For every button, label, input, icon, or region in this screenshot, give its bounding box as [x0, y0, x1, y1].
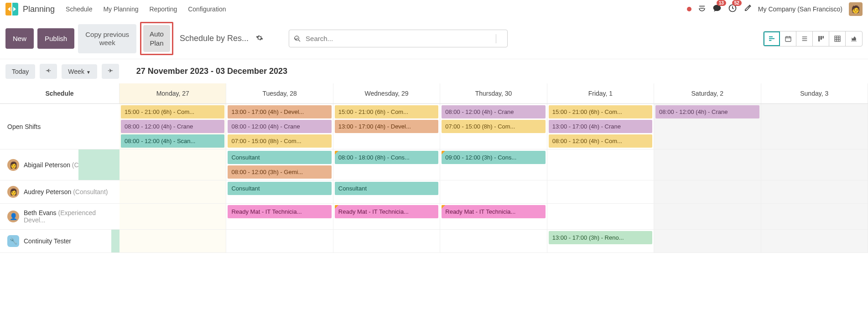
auto-plan-button[interactable]: Auto Plan: [143, 25, 170, 52]
next-button[interactable]: [102, 64, 119, 79]
gantt-cell[interactable]: [120, 204, 226, 229]
gantt-cell[interactable]: [547, 180, 654, 203]
shift-block[interactable]: 07:00 - 15:00 (8h) - Com...: [442, 120, 545, 133]
gantt-cell[interactable]: [120, 180, 226, 203]
shift-block[interactable]: 15:00 - 21:00 (6h) - Com...: [549, 105, 652, 118]
span-button[interactable]: Week▼: [62, 64, 97, 79]
gantt-cell[interactable]: 08:00 - 12:00 (4h) - Crane07:00 - 15:00 …: [440, 104, 547, 149]
gantt-cell[interactable]: Ready Mat - IT Technicia...: [226, 204, 333, 229]
tools-icon[interactable]: [743, 4, 752, 15]
view-pivot-button[interactable]: [829, 31, 846, 46]
gantt-cell[interactable]: 13:00 - 17:00 (3h) - Reno...: [547, 230, 654, 252]
shift-block[interactable]: Consultant: [228, 151, 331, 164]
shift-block[interactable]: 08:00 - 12:00 (4h) - Scan...: [121, 134, 224, 148]
shift-block[interactable]: 09:00 - 12:00 (3h) - Cons...: [442, 151, 545, 164]
copy-previous-week-button[interactable]: Copy previous week: [78, 24, 136, 53]
gantt-cell[interactable]: [226, 230, 333, 252]
gantt-cell[interactable]: [654, 149, 761, 180]
gantt-cell[interactable]: [547, 204, 654, 229]
view-kanban-button[interactable]: [813, 31, 829, 46]
search-input[interactable]: [289, 30, 496, 47]
publish-button[interactable]: Publish: [37, 28, 74, 49]
gantt-cell[interactable]: Consultant08:00 - 12:00 (3h) - Gemi...: [226, 149, 333, 180]
shift-block[interactable]: Ready Mat - IT Technicia...: [442, 205, 545, 218]
svg-rect-6: [818, 36, 820, 41]
shift-block[interactable]: 15:00 - 21:00 (6h) - Com...: [335, 105, 438, 118]
shift-block[interactable]: 08:00 - 12:00 (4h) - Crane: [228, 120, 331, 133]
shift-block[interactable]: 13:00 - 17:00 (4h) - Devel...: [335, 120, 438, 133]
shift-block[interactable]: 08:00 - 12:00 (4h) - Crane: [655, 105, 759, 118]
gantt-cell[interactable]: 13:00 - 17:00 (4h) - Devel...08:00 - 12:…: [226, 104, 333, 149]
gantt-cell[interactable]: 15:00 - 21:00 (6h) - Com...08:00 - 12:00…: [120, 104, 226, 149]
gantt-cell[interactable]: Consultant: [333, 180, 440, 203]
gantt-cell[interactable]: [120, 230, 226, 252]
status-dot-icon[interactable]: [687, 7, 691, 11]
shift-block[interactable]: Ready Mat - IT Technicia...: [335, 205, 438, 218]
gantt-cell[interactable]: 08:00 - 18:00 (8h) - Cons...: [333, 149, 440, 180]
view-list-button[interactable]: [796, 31, 813, 46]
gear-icon[interactable]: [256, 34, 263, 43]
row-name: Audrey Peterson: [24, 188, 71, 195]
gantt-cell[interactable]: [761, 204, 868, 229]
nav-configuration[interactable]: Configuration: [188, 5, 226, 13]
gantt-cell[interactable]: [547, 149, 654, 180]
row-label: 👤Beth Evans (Experienced Devel...: [0, 204, 120, 229]
shift-block[interactable]: Ready Mat - IT Technicia...: [228, 205, 331, 218]
caret-down-icon: [294, 36, 298, 41]
user-avatar[interactable]: 🧑: [849, 2, 863, 16]
shift-block[interactable]: 15:00 - 21:00 (6h) - Com...: [121, 105, 224, 118]
gantt-cell[interactable]: [761, 180, 868, 203]
search-dropdown[interactable]: [496, 34, 507, 43]
row-label: 🔧Continuity Tester: [0, 230, 120, 252]
row-avatar: 👤: [7, 211, 19, 222]
gantt-cell[interactable]: [440, 180, 547, 203]
svg-rect-9: [835, 36, 840, 41]
row-label: 👩Abigail Peterson (Consultant): [0, 149, 120, 180]
svg-rect-8: [822, 36, 824, 38]
gantt-cell[interactable]: [654, 204, 761, 229]
gantt-cell[interactable]: [333, 230, 440, 252]
gantt-cell[interactable]: 15:00 - 21:00 (6h) - Com...13:00 - 17:00…: [547, 104, 654, 149]
gantt-cell[interactable]: 15:00 - 21:00 (6h) - Com...13:00 - 17:00…: [333, 104, 440, 149]
gantt-cell[interactable]: Consultant: [226, 180, 333, 203]
shift-block[interactable]: 08:00 - 12:00 (3h) - Gemi...: [228, 165, 331, 179]
gantt-header: Schedule Monday, 27Tuesday, 28Wednesday,…: [0, 83, 868, 104]
activities-icon[interactable]: 52: [728, 4, 737, 15]
nav-my-planning[interactable]: My Planning: [103, 5, 138, 13]
gantt-cell[interactable]: [654, 230, 761, 252]
gantt-cell[interactable]: [120, 149, 226, 180]
shift-block[interactable]: 13:00 - 17:00 (4h) - Devel...: [228, 105, 331, 118]
nav-schedule[interactable]: Schedule: [66, 5, 92, 13]
gantt-cell[interactable]: [761, 230, 868, 252]
nav-reporting[interactable]: Reporting: [150, 5, 177, 13]
gantt-cell[interactable]: 09:00 - 12:00 (3h) - Cons...: [440, 149, 547, 180]
shift-block[interactable]: 13:00 - 17:00 (3h) - Reno...: [549, 231, 652, 244]
view-switcher: [763, 31, 863, 46]
prev-button[interactable]: [40, 64, 57, 79]
shift-block[interactable]: 08:00 - 18:00 (8h) - Cons...: [335, 151, 438, 164]
today-button[interactable]: Today: [5, 64, 35, 79]
shift-block[interactable]: 08:00 - 12:00 (4h) - Crane: [442, 105, 545, 118]
new-button[interactable]: New: [5, 28, 34, 49]
view-gantt-button[interactable]: [764, 31, 780, 46]
gantt-cell[interactable]: [761, 149, 868, 180]
gantt-cell[interactable]: Ready Mat - IT Technicia...: [333, 204, 440, 229]
tray-icon[interactable]: [698, 4, 706, 15]
view-graph-button[interactable]: [846, 31, 862, 46]
gantt-cell[interactable]: Ready Mat - IT Technicia...: [440, 204, 547, 229]
shift-block[interactable]: Consultant: [228, 182, 331, 195]
company-name[interactable]: My Company (San Francisco): [758, 5, 842, 13]
svg-rect-3: [769, 38, 774, 39]
gantt-cell[interactable]: [440, 230, 547, 252]
shift-block[interactable]: 07:00 - 15:00 (8h) - Com...: [228, 134, 331, 148]
gantt-cell[interactable]: [761, 104, 868, 149]
gantt-cell[interactable]: 08:00 - 12:00 (4h) - Crane: [654, 104, 761, 149]
gantt-row: 🔧Continuity Tester13:00 - 17:00 (3h) - R…: [0, 230, 868, 253]
shift-block[interactable]: Consultant: [335, 182, 438, 195]
shift-block[interactable]: 08:00 - 12:00 (4h) - Com...: [549, 134, 652, 148]
shift-block[interactable]: 13:00 - 17:00 (4h) - Crane: [549, 120, 652, 133]
view-calendar-button[interactable]: [780, 31, 796, 46]
messages-icon[interactable]: 13: [712, 4, 722, 15]
gantt-cell[interactable]: [654, 180, 761, 203]
shift-block[interactable]: 08:00 - 12:00 (4h) - Crane: [121, 120, 224, 133]
